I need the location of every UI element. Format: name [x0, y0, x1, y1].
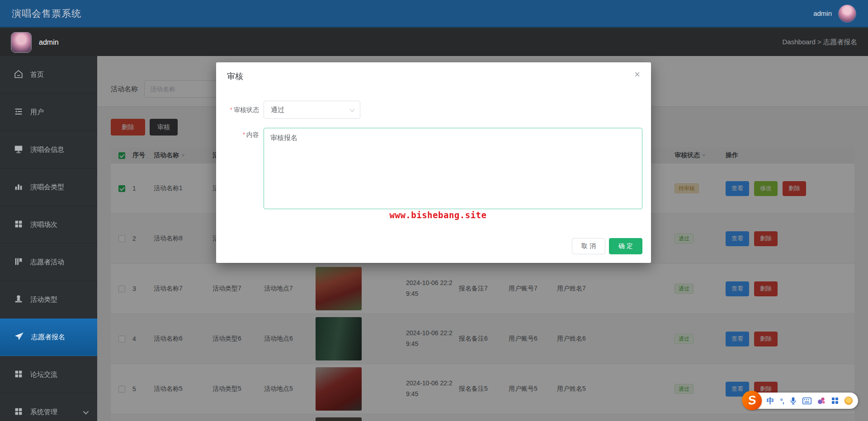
- library-icon: [14, 257, 24, 268]
- sidebar-item-concert-info[interactable]: 演唱会信息: [0, 131, 97, 168]
- admin-avatar[interactable]: [11, 32, 32, 53]
- sidebar-item-label: 演唱场次: [30, 220, 57, 229]
- sidebar-item-label: 活动类型: [30, 295, 57, 304]
- stamp-icon: [14, 294, 24, 305]
- sidebar-item-users[interactable]: 用户: [0, 94, 97, 131]
- top-header: 演唱会售票系统 admin: [0, 0, 868, 28]
- content-field-label: *内容: [216, 131, 259, 139]
- chevron-down-icon: [83, 408, 89, 414]
- user-list-icon: [14, 107, 24, 118]
- chevron-down-icon: [349, 107, 354, 112]
- required-asterisk: *: [230, 106, 232, 113]
- sidebar-item-concert-type[interactable]: 演唱会类型: [0, 168, 97, 206]
- virtual-keyboard-icon[interactable]: [802, 398, 811, 404]
- send-icon: [14, 331, 24, 343]
- grid-icon: [14, 369, 24, 380]
- sidebar-item-sessions[interactable]: 演唱场次: [0, 206, 97, 243]
- cancel-button[interactable]: 取 消: [572, 238, 605, 254]
- sidebar-item-volunteer-signup[interactable]: 志愿者报名: [0, 318, 97, 356]
- audit-dialog: 审核 × *审核状态 通过 *内容 审核报名 www.bishebang.sit…: [216, 62, 651, 263]
- emoji-icon[interactable]: [844, 397, 853, 405]
- sidebar-item-system[interactable]: 系统管理: [0, 393, 97, 421]
- user-avatar[interactable]: [838, 5, 856, 23]
- status-field-label: *审核状态: [216, 106, 259, 114]
- status-select-value: 通过: [271, 106, 284, 114]
- ime-mode-toggle[interactable]: 中: [767, 396, 774, 406]
- sidebar-item-label: 志愿者报名: [31, 333, 65, 341]
- sidebar-item-forum[interactable]: 论坛交流: [0, 356, 97, 393]
- sidebar-item-label: 首页: [30, 70, 44, 79]
- ime-toolbar: S 中 °,: [748, 393, 858, 409]
- confirm-button[interactable]: 确 定: [609, 238, 642, 254]
- close-icon[interactable]: ×: [631, 68, 644, 81]
- sidebar-item-volunteer-activity[interactable]: 志愿者活动: [0, 243, 97, 281]
- bar-chart-icon: [14, 182, 24, 193]
- toolbox-grid-icon[interactable]: [831, 397, 839, 404]
- grid-icon: [14, 407, 24, 418]
- sidebar: 首页 用户 演唱会信息 演唱会类型 演唱场次 志愿者活动 活动类型 志愿者报名 …: [0, 56, 97, 421]
- sidebar-item-label: 用户: [30, 108, 44, 117]
- grid-icon: [14, 219, 24, 230]
- sidebar-item-label: 演唱会类型: [30, 183, 64, 192]
- home-icon: [14, 69, 24, 80]
- sidebar-item-home[interactable]: 首页: [0, 56, 97, 94]
- sidebar-item-label: 论坛交流: [30, 370, 57, 379]
- sidebar-item-label: 志愿者活动: [30, 258, 64, 267]
- required-asterisk: *: [243, 131, 245, 138]
- status-select[interactable]: 通过: [264, 101, 360, 119]
- sidebar-item-label: 演唱会信息: [30, 145, 64, 154]
- breadcrumb: Dashboard > 志愿者报名: [783, 38, 857, 47]
- watermark-text: www.bishebang.site: [225, 210, 651, 220]
- sidebar-item-label: 系统管理: [30, 408, 57, 416]
- skin-wand-icon[interactable]: [817, 397, 826, 405]
- monitor-icon: [14, 144, 24, 155]
- admin-username: admin: [39, 38, 59, 47]
- sidebar-item-activity-type[interactable]: 活动类型: [0, 281, 97, 318]
- dialog-title: 审核: [227, 71, 243, 82]
- content-textarea[interactable]: 审核报名: [264, 128, 642, 209]
- microphone-icon[interactable]: [790, 397, 797, 405]
- sub-header: admin Dashboard > 志愿者报名: [0, 28, 868, 56]
- ime-punctuation-toggle[interactable]: °,: [780, 397, 784, 405]
- topbar-username: admin: [813, 9, 832, 17]
- app-title: 演唱会售票系统: [12, 7, 81, 20]
